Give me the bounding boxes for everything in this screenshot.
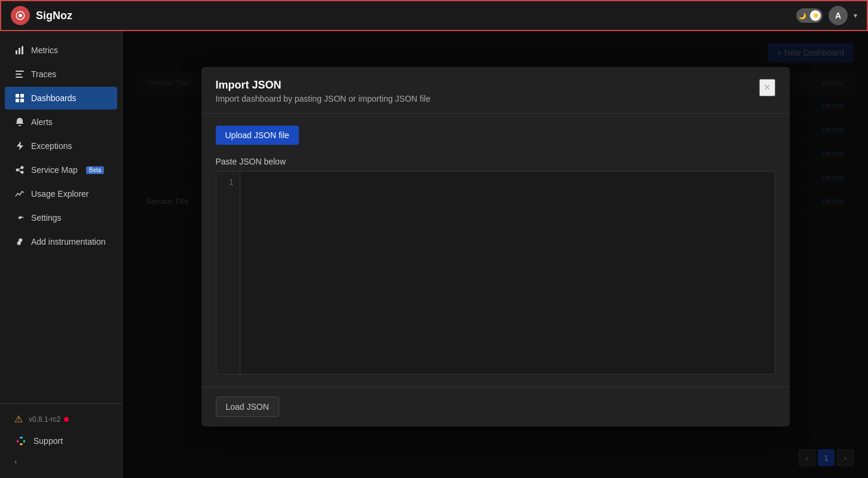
svg-rect-11 [20,99,24,102]
sidebar-item-dashboards[interactable]: Dashboards [5,87,117,109]
content-area: + New Dashboard Service Title PM Action … [123,31,868,478]
sidebar-item-settings[interactable]: Settings [5,206,117,229]
svg-point-1 [19,14,22,17]
avatar-chevron-icon[interactable]: ▾ [854,11,857,20]
support-label: Support [33,436,63,446]
version-text: v0.8.1-rc2 [29,415,60,424]
svg-point-14 [21,171,24,174]
logo-icon [11,6,30,25]
sidebar-label-dashboards: Dashboards [31,93,77,103]
svg-rect-6 [16,74,22,75]
sidebar-item-service-map[interactable]: Service Map Beta [5,159,117,181]
line-numbers: 1 [216,172,240,374]
paste-json-label: Paste JSON below [216,157,775,166]
svg-rect-7 [16,77,23,78]
modal-header: Import JSON Import dashboard by pasting … [201,67,790,114]
upload-json-button[interactable]: Upload JSON file [216,126,299,145]
modal-body: Upload JSON file Paste JSON below 1 [201,114,790,386]
svg-rect-10 [16,99,19,102]
lightning-icon [14,141,25,151]
sidebar-label-add-instrumentation: Add instrumentation [31,237,106,246]
svg-rect-9 [20,94,24,98]
svg-point-12 [16,169,19,172]
sidebar-label-metrics: Metrics [31,45,58,55]
sidebar-label-usage-explorer: Usage Explorer [31,189,89,199]
bell-icon [14,117,25,127]
svg-rect-17 [17,440,19,443]
link-icon [14,236,25,247]
update-dot [64,417,69,422]
sidebar-item-exceptions[interactable]: Exceptions [5,135,117,157]
svg-rect-3 [19,48,20,54]
modal-subtitle: Import dashboard by pasting JSON or impo… [216,94,431,103]
sidebar-item-alerts[interactable]: Alerts [5,111,117,133]
sidebar-label-settings: Settings [31,213,62,223]
sidebar-item-traces[interactable]: Traces [5,63,117,86]
topbar: SigNoz 🌙 ☀️ A ▾ [0,0,868,31]
sidebar: Metrics Traces Dashboards [0,31,123,478]
app-name: SigNoz [36,10,72,22]
chart-icon [14,188,25,199]
load-json-button[interactable]: Load JSON [216,397,279,417]
svg-line-15 [19,168,21,170]
modal-footer: Load JSON [201,386,790,427]
gear-icon [14,212,25,223]
svg-line-16 [19,171,21,172]
list-icon [14,69,25,80]
grid-icon [14,93,25,103]
map-icon [14,165,25,175]
slack-icon [14,434,27,447]
svg-rect-2 [16,50,17,54]
sidebar-label-exceptions: Exceptions [31,141,72,151]
sidebar-label-alerts: Alerts [31,117,53,127]
sidebar-label-traces: Traces [31,69,56,79]
sidebar-item-usage-explorer[interactable]: Usage Explorer [5,182,117,205]
modal-close-button[interactable]: × [759,79,775,96]
json-editor: 1 [216,171,775,375]
theme-toggle[interactable]: 🌙 ☀️ [796,8,823,23]
beta-badge: Beta [86,166,105,174]
svg-point-13 [21,166,24,169]
sidebar-label-service-map: Service Map [31,165,78,175]
sidebar-item-support[interactable]: Support [5,430,117,452]
toggle-knob: ☀️ [810,10,821,21]
sidebar-item-add-instrumentation[interactable]: Add instrumentation [5,230,117,253]
json-textarea[interactable] [240,172,775,374]
sidebar-item-metrics[interactable]: Metrics [5,39,117,62]
import-json-modal: Import JSON Import dashboard by pasting … [201,67,790,427]
avatar[interactable]: A [829,6,848,25]
warning-icon: ⚠ [14,413,23,425]
bar-chart-icon [14,45,25,56]
svg-rect-20 [20,443,23,445]
modal-overlay: Import JSON Import dashboard by pasting … [123,31,868,478]
sidebar-collapse-btn[interactable]: ‹ [5,452,117,471]
svg-rect-8 [16,94,19,98]
version-info: ⚠ v0.8.1-rc2 [5,409,117,430]
svg-rect-5 [16,71,24,72]
svg-rect-18 [20,437,23,439]
chevron-left-icon: ‹ [14,457,17,466]
modal-title: Import JSON [216,79,431,92]
svg-rect-19 [23,440,25,443]
svg-rect-4 [22,46,23,54]
